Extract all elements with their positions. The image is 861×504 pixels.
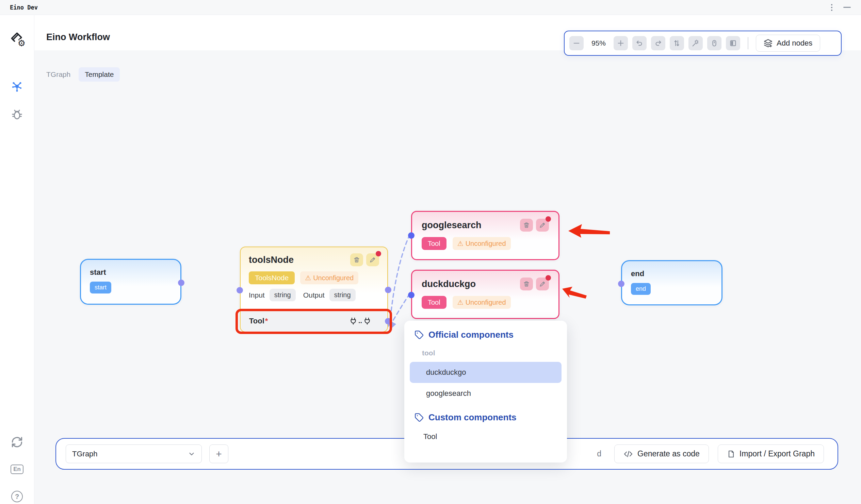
pencil-icon [539, 222, 546, 228]
tool-slot-label: Tool [249, 317, 264, 325]
warning-icon: ⚠ [457, 298, 464, 306]
magic-wand-button[interactable] [688, 36, 703, 50]
redo-button[interactable] [651, 36, 665, 50]
sidebar-item-debug[interactable] [10, 107, 25, 122]
import-export-graph-button[interactable]: Import / Export Graph [718, 445, 824, 463]
window-title: Eino Dev [10, 4, 38, 11]
minimize-icon[interactable] [843, 7, 851, 8]
component-item-duckduckgo[interactable]: duckduckgo [410, 362, 561, 383]
node-duckduckgo-title: duckduckgo [422, 279, 476, 290]
custom-components-heading: Custom components [404, 412, 567, 423]
tag-icon [414, 413, 424, 422]
window-titlebar: Eino Dev [0, 0, 861, 15]
unsaved-indicator-dot [546, 275, 551, 281]
help-icon: ? [11, 491, 23, 502]
unsaved-indicator-dot [546, 216, 551, 222]
official-components-heading: Official components [404, 330, 567, 340]
output-type-pill: string [329, 289, 356, 301]
status-badge: ⚠ Unconfigured [300, 271, 358, 284]
node-start[interactable]: start start [80, 259, 181, 305]
port-toolsnode-output[interactable] [385, 287, 391, 293]
edge-arrowhead [391, 321, 396, 328]
pencil-icon [539, 281, 546, 288]
component-dropdown-panel: Official components tool duckduckgo goog… [404, 321, 567, 462]
edit-node-button[interactable] [536, 219, 549, 232]
undo-button[interactable] [632, 36, 646, 50]
tool-slot-row[interactable]: Tool * .. [241, 310, 387, 331]
code-icon [624, 450, 633, 458]
sidebar-item-language[interactable]: En [10, 462, 25, 477]
warning-icon: ⚠ [305, 274, 311, 282]
bug-icon [11, 108, 24, 121]
minimap-icon [729, 40, 737, 47]
mouse-icon [711, 40, 718, 47]
node-googlesearch[interactable]: googlesearch Tool ⚠ Unconfigured [411, 211, 560, 260]
node-end[interactable]: end end [621, 260, 723, 305]
plus-icon [617, 40, 625, 47]
node-type-badge: Tool [422, 296, 447, 309]
magic-wand-icon [692, 40, 699, 47]
redo-icon [654, 40, 662, 47]
component-item-tool[interactable]: Tool [410, 426, 561, 447]
mouse-mode-button[interactable] [707, 36, 722, 50]
auto-layout-icon [673, 40, 681, 47]
edge-tool-to-duckduckgo [391, 294, 410, 324]
zoom-level: 95% [588, 39, 609, 47]
zoom-out-button[interactable] [569, 36, 584, 50]
port-toolsnode-input[interactable] [236, 287, 243, 294]
port-googlesearch-input[interactable] [408, 232, 414, 239]
delete-node-button[interactable] [520, 278, 533, 291]
graph-select[interactable]: TGraph [66, 445, 202, 463]
tag-icon [414, 330, 424, 339]
annotation-arrow-large [568, 224, 610, 238]
node-end-title: end [631, 269, 713, 278]
port-duckduckgo-input[interactable] [408, 292, 414, 298]
add-nodes-button[interactable]: Add nodes [756, 35, 820, 52]
add-graph-button[interactable]: + [209, 445, 228, 463]
edit-node-button[interactable] [366, 253, 379, 266]
tab-template[interactable]: Template [79, 67, 120, 82]
trash-icon [523, 222, 530, 228]
sidebar-item-workflow[interactable] [10, 79, 25, 94]
graph-select-value: TGraph [72, 450, 98, 459]
auto-layout-button[interactable] [670, 36, 684, 50]
graph-tabs: TGraph Template [46, 67, 120, 82]
add-nodes-label: Add nodes [777, 39, 812, 47]
node-toolsnode[interactable]: toolsNode ToolsNode ⚠ Unconfigured Input… [240, 247, 388, 332]
delete-node-button[interactable] [350, 253, 363, 266]
tab-tgraph[interactable]: TGraph [46, 70, 70, 79]
port-tool-slot[interactable] [385, 318, 391, 324]
occluded-text-fragment: d [597, 449, 601, 459]
language-icon: En [11, 464, 24, 474]
node-start-badge: start [90, 282, 111, 294]
node-start-title: start [90, 268, 172, 277]
minus-icon [573, 40, 580, 47]
undo-icon [636, 40, 643, 47]
toolbar-divider [748, 37, 748, 49]
page-title: Eino Workflow [46, 32, 110, 42]
trash-icon [353, 256, 360, 263]
node-end-badge: end [631, 283, 651, 295]
plug-icon [349, 317, 357, 325]
delete-node-button[interactable] [520, 219, 533, 232]
node-duckduckgo[interactable]: duckduckgo Tool ⚠ Unconfigured [411, 270, 560, 319]
zoom-in-button[interactable] [614, 36, 628, 50]
plug-icon [363, 317, 371, 325]
generate-as-code-button[interactable]: Generate as code [614, 445, 709, 463]
file-icon [727, 450, 735, 458]
node-toolsnode-title: toolsNode [249, 255, 294, 265]
port-end-input[interactable] [618, 281, 625, 287]
minimap-button[interactable] [726, 36, 740, 50]
output-label: Output [303, 291, 325, 299]
component-item-googlesearch[interactable]: googlesearch [410, 383, 561, 404]
app-logo: ⚙ [10, 31, 25, 45]
sidebar-item-help[interactable]: ? [10, 489, 25, 504]
sidebar-item-refresh[interactable] [10, 435, 25, 450]
sidebar: ⚙ [0, 15, 35, 504]
kebab-menu-icon[interactable] [830, 3, 834, 12]
input-type-pill: string [270, 289, 296, 301]
port-start-output[interactable] [178, 280, 184, 286]
node-type-badge: Tool [422, 237, 447, 250]
unsaved-indicator-dot [376, 251, 381, 256]
edit-node-button[interactable] [536, 278, 549, 291]
